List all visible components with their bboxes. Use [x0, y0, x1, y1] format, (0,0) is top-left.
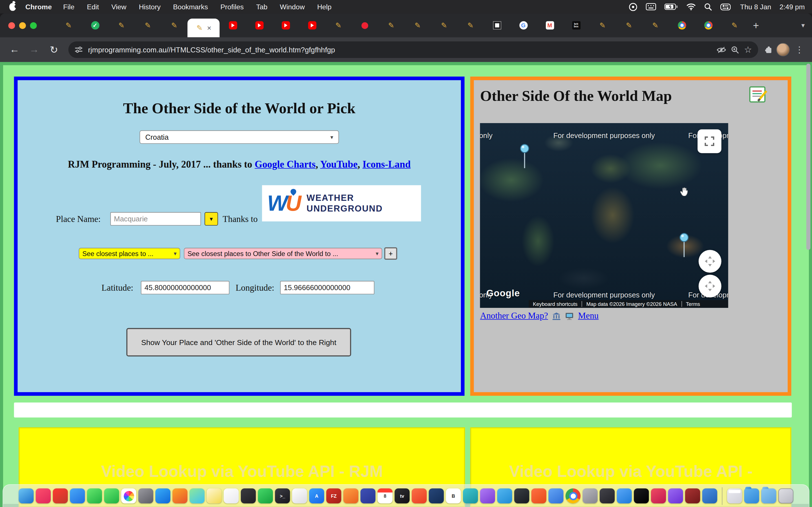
spotlight-search-icon[interactable]	[704, 3, 712, 11]
dock-reminders[interactable]	[223, 489, 239, 503]
address-bar[interactable]: rjmprogramming.com.au//HTMLCSS/other_sid…	[68, 41, 758, 58]
dock-downloads-folder[interactable]	[744, 489, 759, 503]
youtube-link[interactable]: YouTube	[320, 159, 358, 170]
dock-chrome[interactable]	[566, 489, 580, 503]
dock-app-orange[interactable]	[343, 489, 358, 503]
back-button[interactable]: ←	[6, 44, 23, 55]
place-name-input[interactable]	[110, 212, 201, 226]
status-app-icon[interactable]	[629, 2, 638, 11]
apple-logo-icon[interactable]	[9, 3, 16, 11]
another-geo-map-link[interactable]: Another Geo Map?	[480, 311, 548, 321]
map-pin[interactable]	[519, 144, 530, 172]
battery-icon[interactable]	[665, 4, 678, 10]
dock-terminal[interactable]: >_	[275, 489, 290, 503]
menu-bar-date[interactable]: Thu 8 Jan	[740, 3, 771, 11]
dock-app-pink[interactable]	[651, 489, 666, 503]
browser-tab[interactable]	[537, 13, 563, 37]
menubar-item-window[interactable]: Window	[280, 3, 305, 11]
menu-bar-time[interactable]: 2:49 pm	[779, 3, 805, 11]
map-pin[interactable]	[678, 232, 690, 262]
browser-tab[interactable]	[220, 13, 246, 37]
dock-trash[interactable]	[778, 489, 794, 503]
closest-other-side-select[interactable]: See closest places to Other Side of the …	[184, 248, 382, 259]
browser-menu-icon[interactable]: ⋮	[793, 44, 806, 55]
computer-icon[interactable]	[565, 312, 574, 320]
dock-app-gray[interactable]	[138, 489, 153, 503]
browser-tab[interactable]	[563, 13, 590, 37]
browser-tab[interactable]	[246, 13, 272, 37]
browser-tab[interactable]	[616, 13, 642, 37]
country-select[interactable]: Croatia ▾	[140, 130, 339, 144]
keyboard-shortcuts-link[interactable]: Keyboard shortcuts	[529, 301, 581, 307]
dock-app-blue-2[interactable]	[548, 489, 563, 503]
dock-docker[interactable]	[617, 489, 632, 503]
dock-app-dark[interactable]	[600, 489, 615, 503]
browser-tab[interactable]	[108, 13, 135, 37]
browser-tab[interactable]	[161, 13, 188, 37]
site-info-icon[interactable]	[74, 46, 83, 54]
notes-icon[interactable]	[749, 87, 765, 103]
dock-app-teal[interactable]	[463, 489, 478, 503]
forward-button[interactable]: →	[26, 44, 43, 55]
place-dropdown-button[interactable]: ▼	[205, 212, 218, 226]
browser-tab[interactable]	[378, 13, 405, 37]
browser-tab[interactable]	[325, 13, 352, 37]
menubar-item-help[interactable]: Help	[317, 3, 332, 11]
latitude-input[interactable]	[141, 281, 230, 294]
browser-tab[interactable]	[352, 13, 378, 37]
dock-app-indigo[interactable]	[360, 489, 375, 503]
terms-link[interactable]: Terms	[681, 301, 704, 307]
dock-app-white-b[interactable]: B	[446, 489, 461, 503]
browser-tab[interactable]	[56, 13, 82, 37]
dock-app-navy[interactable]	[429, 489, 444, 503]
bookmark-star-icon[interactable]: ☆	[744, 44, 752, 55]
browser-tab[interactable]	[642, 13, 669, 37]
dock-app-gray-2[interactable]	[582, 489, 598, 503]
dock-apple-tv[interactable]: tv	[395, 489, 410, 503]
browser-tab[interactable]	[135, 13, 161, 37]
dock-mail[interactable]	[70, 489, 85, 503]
browser-tab[interactable]	[299, 13, 325, 37]
dock-app-black[interactable]	[634, 489, 649, 503]
menubar-item-history[interactable]: History	[139, 3, 160, 11]
dock-photos[interactable]	[121, 489, 136, 503]
menubar-item-edit[interactable]: Edit	[87, 3, 99, 11]
dock-notes[interactable]	[207, 489, 221, 503]
browser-tab[interactable]	[82, 13, 108, 37]
extensions-puzzle-icon[interactable]	[764, 45, 773, 54]
dock-textedit[interactable]	[292, 489, 307, 503]
map-pan-control[interactable]	[699, 250, 721, 273]
dock-messages[interactable]	[87, 489, 102, 503]
show-place-button[interactable]: Show Your Place and 'Other Side of the W…	[126, 328, 351, 356]
dock-window-tile[interactable]	[727, 489, 742, 503]
dock-app-blue-3[interactable]	[702, 489, 717, 503]
menubar-item-view[interactable]: View	[111, 3, 126, 11]
active-app-name[interactable]: Chrome	[26, 3, 52, 11]
scrollbar-thumb[interactable]	[806, 64, 811, 250]
browser-tab[interactable]	[404, 13, 431, 37]
dock-podcasts[interactable]	[480, 489, 495, 503]
dock-launchpad[interactable]	[241, 489, 256, 503]
map-fullscreen-button[interactable]	[698, 129, 721, 153]
google-map[interactable]: For development purposes only For develo…	[480, 123, 728, 308]
dock-app-red[interactable]	[53, 489, 68, 503]
dock-app-green[interactable]	[258, 489, 273, 503]
browser-tab[interactable]	[272, 13, 299, 37]
menu-link[interactable]: Menu	[578, 311, 599, 321]
dock-app-maroon[interactable]	[685, 489, 700, 503]
dock-telegram[interactable]	[497, 489, 512, 503]
closest-places-select[interactable]: See closest places to ... ▾	[79, 248, 180, 259]
menubar-item-file[interactable]: File	[63, 3, 74, 11]
url-text[interactable]: rjmprogramming.com.au//HTMLCSS/other_sid…	[88, 46, 711, 54]
keyboard-icon[interactable]	[646, 3, 656, 10]
reload-button[interactable]: ↻	[46, 44, 62, 55]
dock-app-purple[interactable]	[668, 489, 683, 503]
menubar-item-profiles[interactable]: Profiles	[220, 3, 244, 11]
minimize-window-button[interactable]	[19, 22, 26, 29]
dock-music[interactable]	[36, 489, 51, 503]
dock-github[interactable]	[514, 489, 529, 503]
control-center-icon[interactable]	[720, 3, 731, 10]
browser-tab[interactable]	[510, 13, 537, 37]
menubar-item-bookmarks[interactable]: Bookmarks	[173, 3, 208, 11]
password-eye-icon[interactable]	[717, 46, 726, 53]
